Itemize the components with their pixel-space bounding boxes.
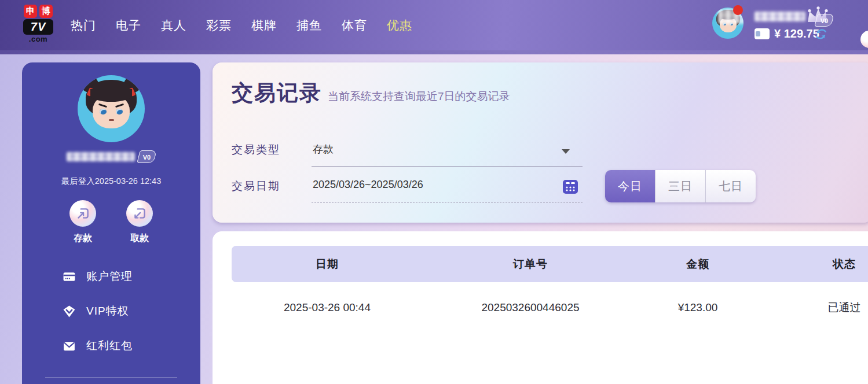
page-subtitle: 当前系统支持查询最近7日的交易记录 — [328, 89, 510, 104]
chevron-down-icon — [562, 149, 570, 154]
vip-level-badge: V0 — [814, 14, 834, 27]
transaction-filter-panel: 交易记录 当前系统支持查询最近7日的交易记录 交易类型 存款 交易日期 2025… — [213, 62, 868, 223]
sidebar-item-bonus[interactable]: 红利红包 — [63, 339, 190, 353]
col-header-date: 日期 — [232, 257, 423, 272]
top-navbar: 申 博 7V .com 热门 电子 真人 彩票 棋牌 捕鱼 体育 优惠 — [0, 0, 868, 51]
tab-seven-days[interactable]: 七日 — [705, 170, 756, 202]
avatar-brow — [115, 104, 124, 108]
page-title: 交易记录 — [232, 79, 322, 108]
logo-badge-left: 申 — [24, 5, 37, 18]
last-login-text: 最后登入2025-03-26 12:43 — [22, 176, 200, 187]
vip-diamond-icon — [63, 305, 76, 318]
avatar-eye — [100, 109, 107, 115]
refresh-balance-icon[interactable] — [815, 28, 827, 40]
date-range-tabs: 今日 三日 七日 — [605, 170, 756, 202]
col-header-amount: 金额 — [638, 257, 757, 272]
transaction-date-value: 2025/03/26~2025/03/26 — [313, 179, 423, 191]
col-header-status: 状态 — [757, 257, 868, 272]
transaction-type-label: 交易类型 — [232, 142, 280, 157]
masked-username — [67, 152, 135, 161]
logo-badges: 申 博 — [21, 5, 56, 18]
avatar-brow — [98, 104, 107, 108]
transaction-type-select[interactable]: 存款 — [312, 136, 583, 167]
transaction-date-field[interactable]: 2025/03/26~2025/03/26 — [312, 173, 583, 203]
avatar-mouth — [109, 119, 114, 121]
cell-status: 已通过 — [757, 300, 868, 315]
table-row: 2025-03-26 00:44 2025032600446025 ¥123.0… — [232, 289, 868, 326]
site-logo[interactable]: 申 博 7V .com — [21, 5, 56, 43]
sidebar-item-label: 红利红包 — [86, 338, 133, 353]
cell-date: 2025-03-26 00:44 — [232, 301, 423, 314]
sidebar-menu: 账户管理 VIP特权 红利红包 — [63, 269, 190, 374]
sidebar: V0 最后登入2025-03-26 12:43 存款 — [22, 62, 200, 384]
nav-item-lottery[interactable]: 彩票 — [206, 17, 232, 34]
nav-item-live[interactable]: 真人 — [161, 17, 186, 34]
avatar-fringe — [90, 89, 132, 102]
nav-item-chess[interactable]: 棋牌 — [251, 17, 277, 34]
edge-floating-button[interactable] — [860, 31, 868, 48]
cell-order-no: 2025032600446025 — [423, 301, 638, 314]
quick-actions: 存款 取款 — [22, 200, 200, 245]
sidebar-item-account[interactable]: 账户管理 — [63, 269, 190, 283]
deposit-icon — [69, 200, 96, 227]
vip-level-badge: V0 — [137, 150, 158, 163]
withdraw-icon — [126, 200, 153, 227]
tab-three-days[interactable]: 三日 — [655, 170, 705, 202]
wallet-icon — [755, 28, 770, 39]
deposit-label: 存款 — [74, 232, 92, 245]
withdraw-label: 取款 — [130, 232, 149, 245]
nav-item-fishing[interactable]: 捕鱼 — [296, 17, 322, 34]
red-packet-envelope-icon — [63, 339, 76, 353]
deposit-button[interactable]: 存款 — [65, 200, 101, 245]
sidebar-item-label: 账户管理 — [86, 269, 133, 284]
transaction-table-panel: 日期 订单号 金额 状态 2025-03-26 00:44 2025032600… — [213, 231, 868, 384]
profile-name-row: V0 — [22, 150, 200, 163]
main-nav: 热门 电子 真人 彩票 棋牌 捕鱼 体育 优惠 — [71, 0, 412, 51]
page: 申 博 7V .com 热门 电子 真人 彩票 棋牌 捕鱼 体育 优惠 — [0, 0, 868, 384]
transaction-date-label: 交易日期 — [232, 179, 280, 194]
table-header: 日期 订单号 金额 状态 — [232, 246, 868, 282]
nav-item-promo[interactable]: 优惠 — [387, 17, 412, 34]
nav-item-hot[interactable]: 热门 — [71, 17, 96, 34]
sidebar-item-label: VIP特权 — [86, 304, 129, 319]
tab-today[interactable]: 今日 — [605, 170, 655, 202]
profile-avatar — [78, 75, 145, 142]
transaction-type-value: 存款 — [313, 142, 334, 156]
avatar-eye — [116, 109, 123, 115]
nav-item-slots[interactable]: 电子 — [116, 17, 141, 34]
withdraw-button[interactable]: 取款 — [122, 200, 158, 245]
balance-amount: ¥ 129.75 — [774, 27, 819, 40]
notification-badge — [733, 5, 743, 15]
account-card-icon — [63, 270, 76, 283]
panel-title-row: 交易记录 当前系统支持查询最近7日的交易记录 — [232, 79, 510, 108]
calendar-icon[interactable] — [562, 178, 579, 195]
sidebar-divider — [45, 377, 177, 378]
logo-tld: .com — [23, 35, 53, 43]
logo-name: 7V — [23, 19, 53, 35]
sidebar-item-vip[interactable]: VIP特权 — [63, 304, 190, 318]
navbar-bottom-strip — [0, 50, 868, 54]
cell-amount: ¥123.00 — [638, 301, 757, 314]
nav-item-sports[interactable]: 体育 — [342, 17, 367, 34]
col-header-order-no: 订单号 — [423, 257, 638, 272]
logo-badge-right: 博 — [39, 5, 53, 18]
masked-username — [755, 12, 805, 21]
